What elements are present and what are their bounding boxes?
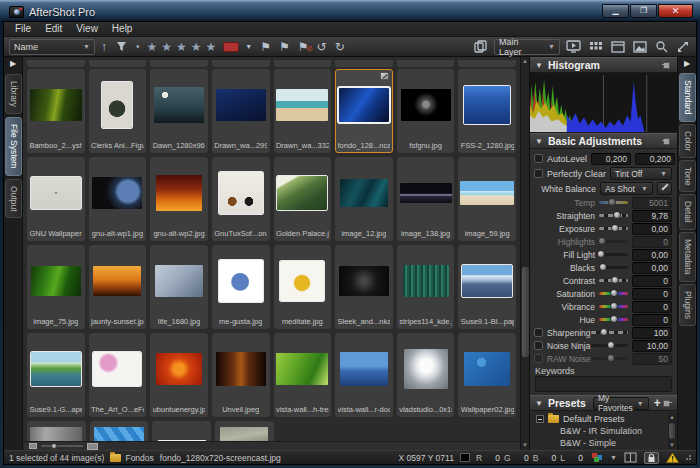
grid-item-image-75-jpg[interactable]: image_75.jpg <box>27 245 85 329</box>
grid-item-suse9-1-g-apers-jpg[interactable]: Suse9.1-G...apers.jpg <box>27 333 85 417</box>
grid-item-gnu-wallpaper-2-jpg[interactable]: GNU Wallpaper 2.jpg <box>27 157 85 241</box>
sharpening-value[interactable]: 100 <box>632 327 672 339</box>
white-balance-picker-icon[interactable] <box>657 182 672 195</box>
small-thumbnails-icon[interactable] <box>29 443 37 449</box>
flag-review-icon[interactable]: ⚑ <box>277 40 292 54</box>
grid-item-drawn-wa-332-jpg[interactable]: Drawn_wa...332_.jpg <box>274 69 332 153</box>
scroll-down-icon[interactable]: ▼ <box>668 441 676 449</box>
presets-collection-dropdown[interactable]: My Favorites ▼ <box>593 397 649 410</box>
grid-item-vista-wall-r-dock-jpg[interactable]: vista-wall...r-dock.jpg <box>335 333 393 417</box>
scroll-up-icon[interactable]: ▲ <box>668 413 676 421</box>
noise-ninja-value[interactable]: 10,00 <box>632 340 672 352</box>
collapse-arrow-icon[interactable]: ▼ <box>535 61 543 70</box>
sharpening-checkbox[interactable] <box>534 328 543 337</box>
slider-knob[interactable] <box>51 443 57 449</box>
grid-item-fsfgnu-jpg[interactable]: fsfgnu.jpg <box>397 69 455 153</box>
grid-item-vladstudio-0x1024-jpg[interactable]: vladstudio...0x1024.jpg <box>397 333 455 417</box>
grid-item[interactable] <box>215 421 274 441</box>
vibrance-value[interactable]: 0 <box>632 301 672 313</box>
grid-item[interactable] <box>90 421 149 441</box>
thumbnail-view-icon[interactable] <box>587 41 605 53</box>
pin-icon[interactable] <box>668 399 672 408</box>
grid-item[interactable] <box>152 421 211 441</box>
color-label-chevron-icon[interactable]: ▼ <box>243 40 254 54</box>
histogram-header[interactable]: ▼ Histogram <box>530 57 677 73</box>
fill-light-slider[interactable] <box>599 253 628 256</box>
add-preset-button[interactable]: + <box>654 397 661 409</box>
grid-item-fondo-128-ncast-jpg[interactable]: fondo_128...ncast.jpg <box>335 69 393 153</box>
hue-slider[interactable] <box>599 318 628 321</box>
slider-knob[interactable] <box>613 211 621 219</box>
chevron-down-icon[interactable]: ▼ <box>610 454 617 461</box>
color-management-icon[interactable] <box>589 452 604 464</box>
slider-knob[interactable] <box>607 341 615 349</box>
panel-tab-tone[interactable]: Tone <box>679 160 696 192</box>
blacks-value[interactable]: 0,00 <box>632 262 672 274</box>
grid-item-vista-wall-h-tree-jpg[interactable]: vista-wall...h-tree.jpg <box>274 333 332 417</box>
sidebar-tab-output[interactable]: Output <box>5 179 22 219</box>
current-folder[interactable]: Fondos <box>125 453 153 463</box>
blacks-slider[interactable] <box>599 266 628 269</box>
grid-item-wallpaper02-jpg[interactable]: Wallpaper02.jpg <box>458 333 516 417</box>
star-icon[interactable]: ★ <box>146 40 161 54</box>
grid-item-stripes114-kde-jpg[interactable]: stripes114_kde.jpg <box>397 245 455 329</box>
menu-edit[interactable]: Edit <box>38 22 69 36</box>
preset-item-b-w-ir-simulation[interactable]: B&W - IR Simulation <box>536 425 667 437</box>
slider-knob[interactable] <box>610 302 618 310</box>
rotate-left-icon[interactable]: ↺ <box>315 40 329 54</box>
filter-icon[interactable] <box>113 40 130 53</box>
contrast-slider[interactable] <box>599 279 628 282</box>
slider-knob[interactable] <box>607 354 615 362</box>
filmstrip-icon[interactable] <box>623 452 638 464</box>
grid-item-image-12-jpg[interactable]: image_12.jpg <box>335 157 393 241</box>
resize-grip[interactable] <box>686 455 691 460</box>
grid-item-bamboo-2-ysha-jpg[interactable]: Bamboo_2...ysha.jpg <box>27 69 85 153</box>
grid-item-dawn-1280x960-jpg[interactable]: Dawn_1280x960.jpg <box>150 69 208 153</box>
grid-item-clerks-ani-figure-jpg[interactable]: Clerks Ani...Figure.jpg <box>89 69 147 153</box>
keywords-input[interactable] <box>535 376 672 392</box>
autolevel-checkbox[interactable] <box>534 154 543 163</box>
highlights-value[interactable]: 0 <box>632 236 672 248</box>
fill-light-value[interactable]: 0,00 <box>632 249 672 261</box>
rotate-right-icon[interactable]: ↻ <box>333 40 347 54</box>
straighten-value[interactable]: 9,78 <box>632 210 672 222</box>
noise-ninja-checkbox[interactable] <box>534 341 543 350</box>
grid-item-me-gusta-jpg[interactable]: me-gusta.jpg <box>212 245 270 329</box>
slider-knob[interactable] <box>597 250 605 258</box>
maximize-button[interactable]: ❐ <box>630 4 657 18</box>
scroll-up-icon[interactable]: ▲ <box>521 57 529 66</box>
autolevel-value-1[interactable]: 0,200 <box>635 153 675 165</box>
grid-item-unveil-jpeg[interactable]: Unveil.jpeg <box>212 333 270 417</box>
grid-item-drawn-wa-299-jpg[interactable]: Drawn_wa...299_.jpg <box>212 69 270 153</box>
grid-item-gnutuxsof-on-v1-jpg[interactable]: GnuTuxSof...on-v1.jpg <box>212 157 270 241</box>
slider-knob[interactable] <box>611 224 619 232</box>
basic-adjustments-header[interactable]: ▼ Basic Adjustments <box>530 133 677 149</box>
raw-noise-checkbox[interactable] <box>534 354 543 363</box>
exposure-slider[interactable] <box>599 227 628 230</box>
sidebar-tab-file-system[interactable]: File System <box>5 117 22 175</box>
star-icon[interactable]: ★ <box>205 40 220 54</box>
browse-view-icon[interactable] <box>609 41 627 53</box>
exposure-value[interactable]: 0,00 <box>632 223 672 235</box>
straighten-slider[interactable] <box>599 214 628 217</box>
grid-item-ubuntuenergy-jpg[interactable]: ubuntuenergy.jpg <box>150 333 208 417</box>
sort-dropdown[interactable]: Name ▼ <box>9 39 95 55</box>
saturation-slider[interactable] <box>599 292 628 295</box>
raw-noise-slider[interactable] <box>591 357 628 360</box>
scroll-down-icon[interactable]: ▼ <box>521 441 529 450</box>
temp-value[interactable]: 5001 <box>632 197 672 209</box>
presets-scrollbar[interactable]: ▲ ▼ <box>668 413 676 449</box>
vibrance-slider[interactable] <box>599 305 628 308</box>
magnifier-icon[interactable] <box>653 40 670 53</box>
hue-value[interactable]: 0 <box>632 314 672 326</box>
slider-knob[interactable] <box>598 237 606 245</box>
collapse-arrow-icon[interactable]: ▼ <box>535 399 543 408</box>
temp-slider[interactable] <box>599 201 628 204</box>
panel-tab-detail[interactable]: Detail <box>679 194 696 230</box>
menu-help[interactable]: Help <box>105 22 140 36</box>
slider-knob[interactable] <box>610 315 618 323</box>
slideshow-icon[interactable] <box>564 40 583 53</box>
menu-file[interactable]: File <box>8 22 38 36</box>
grid-item-gnu-alt-wp2-jpg[interactable]: gnu-alt-wp2.jpg <box>150 157 208 241</box>
contrast-value[interactable]: 0 <box>632 275 672 287</box>
